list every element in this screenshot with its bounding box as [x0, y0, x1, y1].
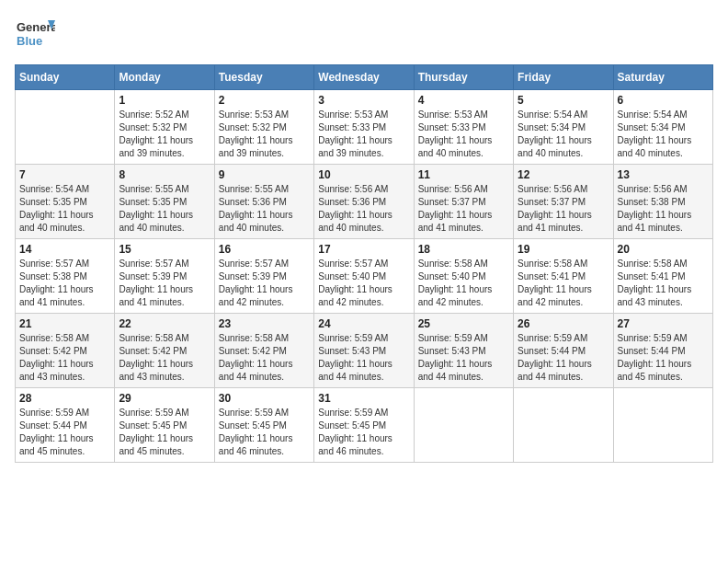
day-number: 25 — [418, 317, 509, 330]
calendar-cell — [613, 388, 712, 463]
day-number: 28 — [19, 392, 110, 405]
calendar-week-4: 21Sunrise: 5:58 AMSunset: 5:42 PMDayligh… — [16, 314, 713, 388]
day-number: 3 — [318, 94, 409, 107]
calendar-cell: 30Sunrise: 5:59 AMSunset: 5:45 PMDayligh… — [214, 388, 313, 463]
logo: General Blue — [15, 15, 55, 55]
calendar-cell: 13Sunrise: 5:56 AMSunset: 5:38 PMDayligh… — [613, 165, 712, 239]
day-number: 23 — [219, 317, 310, 330]
day-info: Sunrise: 5:58 AMSunset: 5:42 PMDaylight:… — [119, 332, 210, 384]
weekday-header-thursday: Thursday — [414, 65, 513, 90]
day-info: Sunrise: 5:59 AMSunset: 5:44 PMDaylight:… — [19, 407, 110, 458]
calendar-week-1: 1Sunrise: 5:52 AMSunset: 5:32 PMDaylight… — [16, 90, 713, 165]
day-info: Sunrise: 5:59 AMSunset: 5:43 PMDaylight:… — [418, 332, 509, 384]
day-info: Sunrise: 5:56 AMSunset: 5:38 PMDaylight:… — [618, 183, 709, 235]
day-number: 22 — [119, 317, 210, 330]
calendar-cell: 14Sunrise: 5:57 AMSunset: 5:38 PMDayligh… — [16, 239, 115, 314]
day-number: 18 — [418, 243, 509, 256]
day-info: Sunrise: 5:55 AMSunset: 5:35 PMDaylight:… — [119, 183, 210, 235]
calendar-cell — [414, 388, 513, 463]
day-number: 27 — [618, 317, 709, 330]
day-number: 10 — [318, 168, 409, 181]
calendar-cell: 28Sunrise: 5:59 AMSunset: 5:44 PMDayligh… — [16, 388, 115, 463]
day-number: 19 — [518, 243, 609, 256]
day-number: 1 — [119, 94, 210, 107]
calendar-cell: 27Sunrise: 5:59 AMSunset: 5:44 PMDayligh… — [613, 314, 712, 388]
day-info: Sunrise: 5:55 AMSunset: 5:36 PMDaylight:… — [219, 183, 310, 235]
day-number: 20 — [618, 243, 709, 256]
day-info: Sunrise: 5:54 AMSunset: 5:34 PMDaylight:… — [618, 109, 709, 160]
weekday-header-saturday: Saturday — [613, 65, 712, 90]
day-info: Sunrise: 5:58 AMSunset: 5:42 PMDaylight:… — [219, 332, 310, 384]
calendar-cell: 8Sunrise: 5:55 AMSunset: 5:35 PMDaylight… — [115, 165, 214, 239]
logo-svg: General Blue — [15, 15, 55, 55]
calendar-cell: 5Sunrise: 5:54 AMSunset: 5:34 PMDaylight… — [514, 90, 613, 165]
day-info: Sunrise: 5:58 AMSunset: 5:40 PMDaylight:… — [418, 258, 509, 309]
day-number: 29 — [119, 392, 210, 405]
day-info: Sunrise: 5:53 AMSunset: 5:32 PMDaylight:… — [219, 109, 310, 160]
calendar-cell: 23Sunrise: 5:58 AMSunset: 5:42 PMDayligh… — [214, 314, 313, 388]
day-number: 5 — [518, 94, 609, 107]
calendar-cell: 9Sunrise: 5:55 AMSunset: 5:36 PMDaylight… — [214, 165, 313, 239]
calendar-cell: 18Sunrise: 5:58 AMSunset: 5:40 PMDayligh… — [414, 239, 513, 314]
day-number: 15 — [119, 243, 210, 256]
calendar-week-5: 28Sunrise: 5:59 AMSunset: 5:44 PMDayligh… — [16, 388, 713, 463]
calendar-cell — [16, 90, 115, 165]
day-number: 6 — [618, 94, 709, 107]
day-number: 9 — [219, 168, 310, 181]
day-info: Sunrise: 5:53 AMSunset: 5:33 PMDaylight:… — [318, 109, 409, 160]
calendar-cell: 25Sunrise: 5:59 AMSunset: 5:43 PMDayligh… — [414, 314, 513, 388]
day-number: 14 — [19, 243, 110, 256]
calendar-cell: 29Sunrise: 5:59 AMSunset: 5:45 PMDayligh… — [115, 388, 214, 463]
calendar-cell: 10Sunrise: 5:56 AMSunset: 5:36 PMDayligh… — [314, 165, 414, 239]
calendar-cell: 21Sunrise: 5:58 AMSunset: 5:42 PMDayligh… — [16, 314, 115, 388]
day-number: 2 — [219, 94, 310, 107]
day-number: 16 — [219, 243, 310, 256]
day-number: 4 — [418, 94, 509, 107]
day-number: 11 — [418, 168, 509, 181]
day-info: Sunrise: 5:59 AMSunset: 5:45 PMDaylight:… — [119, 407, 210, 458]
calendar-week-2: 7Sunrise: 5:54 AMSunset: 5:35 PMDaylight… — [16, 165, 713, 239]
day-info: Sunrise: 5:58 AMSunset: 5:41 PMDaylight:… — [618, 258, 709, 309]
day-info: Sunrise: 5:56 AMSunset: 5:37 PMDaylight:… — [518, 183, 609, 235]
calendar-cell: 24Sunrise: 5:59 AMSunset: 5:43 PMDayligh… — [314, 314, 414, 388]
calendar-cell: 20Sunrise: 5:58 AMSunset: 5:41 PMDayligh… — [613, 239, 712, 314]
day-number: 12 — [518, 168, 609, 181]
day-info: Sunrise: 5:59 AMSunset: 5:44 PMDaylight:… — [618, 332, 709, 384]
calendar-week-3: 14Sunrise: 5:57 AMSunset: 5:38 PMDayligh… — [16, 239, 713, 314]
calendar-cell: 11Sunrise: 5:56 AMSunset: 5:37 PMDayligh… — [414, 165, 513, 239]
day-info: Sunrise: 5:57 AMSunset: 5:39 PMDaylight:… — [219, 258, 310, 309]
weekday-header-wednesday: Wednesday — [314, 65, 414, 90]
page-header: General Blue — [15, 15, 713, 55]
calendar-cell — [514, 388, 613, 463]
day-info: Sunrise: 5:54 AMSunset: 5:34 PMDaylight:… — [518, 109, 609, 160]
day-number: 24 — [318, 317, 409, 330]
day-info: Sunrise: 5:52 AMSunset: 5:32 PMDaylight:… — [119, 109, 210, 160]
day-number: 30 — [219, 392, 310, 405]
calendar-cell: 26Sunrise: 5:59 AMSunset: 5:44 PMDayligh… — [514, 314, 613, 388]
day-info: Sunrise: 5:58 AMSunset: 5:41 PMDaylight:… — [518, 258, 609, 309]
svg-text:Blue: Blue — [17, 34, 42, 48]
day-info: Sunrise: 5:59 AMSunset: 5:45 PMDaylight:… — [318, 407, 409, 458]
day-info: Sunrise: 5:57 AMSunset: 5:39 PMDaylight:… — [119, 258, 210, 309]
calendar-cell: 3Sunrise: 5:53 AMSunset: 5:33 PMDaylight… — [314, 90, 414, 165]
day-number: 21 — [19, 317, 110, 330]
day-info: Sunrise: 5:57 AMSunset: 5:40 PMDaylight:… — [318, 258, 409, 309]
day-number: 7 — [19, 168, 110, 181]
day-info: Sunrise: 5:58 AMSunset: 5:42 PMDaylight:… — [19, 332, 110, 384]
day-info: Sunrise: 5:59 AMSunset: 5:43 PMDaylight:… — [318, 332, 409, 384]
day-info: Sunrise: 5:56 AMSunset: 5:37 PMDaylight:… — [418, 183, 509, 235]
day-number: 8 — [119, 168, 210, 181]
day-number: 31 — [318, 392, 409, 405]
calendar-cell: 7Sunrise: 5:54 AMSunset: 5:35 PMDaylight… — [16, 165, 115, 239]
day-number: 17 — [318, 243, 409, 256]
calendar-cell: 12Sunrise: 5:56 AMSunset: 5:37 PMDayligh… — [514, 165, 613, 239]
weekday-header-tuesday: Tuesday — [214, 65, 313, 90]
calendar-table: SundayMondayTuesdayWednesdayThursdayFrid… — [15, 64, 713, 463]
day-number: 26 — [518, 317, 609, 330]
calendar-cell: 2Sunrise: 5:53 AMSunset: 5:32 PMDaylight… — [214, 90, 313, 165]
day-info: Sunrise: 5:59 AMSunset: 5:44 PMDaylight:… — [518, 332, 609, 384]
day-number: 13 — [618, 168, 709, 181]
calendar-cell: 31Sunrise: 5:59 AMSunset: 5:45 PMDayligh… — [314, 388, 414, 463]
weekday-header-sunday: Sunday — [16, 65, 115, 90]
day-info: Sunrise: 5:53 AMSunset: 5:33 PMDaylight:… — [418, 109, 509, 160]
